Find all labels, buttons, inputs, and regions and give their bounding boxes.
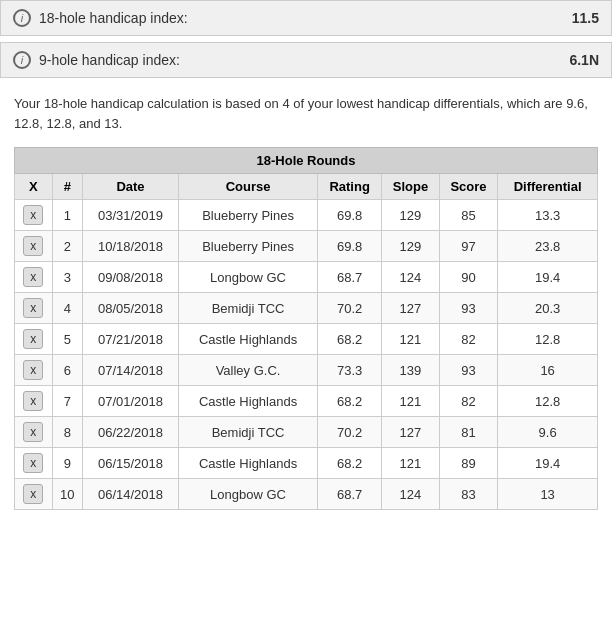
table-row: x906/15/2018Castle Highlands68.21218919.… [15, 448, 598, 479]
cell-date: 06/15/2018 [83, 448, 179, 479]
cell-num: 6 [52, 355, 82, 386]
cell-rating: 70.2 [318, 417, 382, 448]
x-button[interactable]: x [23, 391, 43, 411]
cell-differential: 19.4 [498, 448, 598, 479]
info-icon-9[interactable]: i [13, 51, 31, 69]
cell-differential: 12.8 [498, 324, 598, 355]
cell-score: 85 [439, 200, 498, 231]
cell-course: Blueberry Pines [179, 200, 318, 231]
cell-slope: 124 [382, 479, 440, 510]
col-header-num: # [52, 174, 82, 200]
x-cell: x [15, 293, 53, 324]
cell-score: 93 [439, 293, 498, 324]
cell-num: 1 [52, 200, 82, 231]
cell-slope: 129 [382, 231, 440, 262]
col-header-date: Date [83, 174, 179, 200]
x-button[interactable]: x [23, 484, 43, 504]
table-row: x1006/14/2018Longbow GC68.71248313 [15, 479, 598, 510]
cell-slope: 121 [382, 324, 440, 355]
x-button[interactable]: x [23, 298, 43, 318]
cell-date: 07/14/2018 [83, 355, 179, 386]
x-button[interactable]: x [23, 422, 43, 442]
main-container: i 18-hole handicap index: 11.5 i 9-hole … [0, 0, 612, 518]
col-header-rating: Rating [318, 174, 382, 200]
cell-course: Longbow GC [179, 479, 318, 510]
cell-date: 09/08/2018 [83, 262, 179, 293]
cell-date: 08/05/2018 [83, 293, 179, 324]
table-row: x309/08/2018Longbow GC68.71249019.4 [15, 262, 598, 293]
x-button[interactable]: x [23, 453, 43, 473]
cell-rating: 70.2 [318, 293, 382, 324]
cell-slope: 127 [382, 293, 440, 324]
cell-num: 9 [52, 448, 82, 479]
table-row: x707/01/2018Castle Highlands68.21218212.… [15, 386, 598, 417]
x-cell: x [15, 200, 53, 231]
cell-differential: 13.3 [498, 200, 598, 231]
cell-score: 82 [439, 324, 498, 355]
x-cell: x [15, 448, 53, 479]
table-title: 18-Hole Rounds [15, 148, 598, 174]
cell-slope: 127 [382, 417, 440, 448]
cell-course: Longbow GC [179, 262, 318, 293]
x-cell: x [15, 262, 53, 293]
info-icon-18[interactable]: i [13, 9, 31, 27]
cell-rating: 68.7 [318, 479, 382, 510]
cell-rating: 68.2 [318, 448, 382, 479]
table-row: x210/18/2018Blueberry Pines69.81299723.8 [15, 231, 598, 262]
cell-num: 4 [52, 293, 82, 324]
x-button[interactable]: x [23, 360, 43, 380]
x-cell: x [15, 324, 53, 355]
cell-date: 06/22/2018 [83, 417, 179, 448]
cell-rating: 69.8 [318, 231, 382, 262]
cell-course: Blueberry Pines [179, 231, 318, 262]
description-text: Your 18-hole handicap calculation is bas… [0, 84, 612, 143]
eighteen-hole-value: 11.5 [572, 10, 599, 26]
x-cell: x [15, 417, 53, 448]
cell-course: Bemidji TCC [179, 293, 318, 324]
eighteen-hole-label: 18-hole handicap index: [39, 10, 572, 26]
cell-num: 5 [52, 324, 82, 355]
cell-differential: 12.8 [498, 386, 598, 417]
cell-score: 90 [439, 262, 498, 293]
x-button[interactable]: x [23, 329, 43, 349]
rounds-table-wrapper: 18-Hole Rounds X # Date Course Rating Sl… [0, 143, 612, 518]
cell-slope: 124 [382, 262, 440, 293]
cell-rating: 68.2 [318, 386, 382, 417]
cell-differential: 16 [498, 355, 598, 386]
rounds-table: 18-Hole Rounds X # Date Course Rating Sl… [14, 147, 598, 510]
cell-date: 10/18/2018 [83, 231, 179, 262]
cell-differential: 9.6 [498, 417, 598, 448]
table-row: x103/31/2019Blueberry Pines69.81298513.3 [15, 200, 598, 231]
cell-rating: 69.8 [318, 200, 382, 231]
nine-hole-row: i 9-hole handicap index: 6.1N [0, 42, 612, 78]
table-row: x806/22/2018Bemidji TCC70.2127819.6 [15, 417, 598, 448]
cell-date: 03/31/2019 [83, 200, 179, 231]
cell-rating: 68.7 [318, 262, 382, 293]
cell-differential: 19.4 [498, 262, 598, 293]
x-cell: x [15, 479, 53, 510]
x-button[interactable]: x [23, 267, 43, 287]
cell-num: 3 [52, 262, 82, 293]
cell-course: Castle Highlands [179, 448, 318, 479]
cell-slope: 139 [382, 355, 440, 386]
col-header-course: Course [179, 174, 318, 200]
cell-differential: 23.8 [498, 231, 598, 262]
cell-differential: 13 [498, 479, 598, 510]
table-row: x607/14/2018Valley G.C.73.31399316 [15, 355, 598, 386]
cell-date: 07/01/2018 [83, 386, 179, 417]
table-row: x408/05/2018Bemidji TCC70.21279320.3 [15, 293, 598, 324]
cell-num: 10 [52, 479, 82, 510]
cell-course: Castle Highlands [179, 386, 318, 417]
cell-slope: 121 [382, 386, 440, 417]
col-header-score: Score [439, 174, 498, 200]
x-button[interactable]: x [23, 236, 43, 256]
cell-differential: 20.3 [498, 293, 598, 324]
x-cell: x [15, 231, 53, 262]
cell-date: 07/21/2018 [83, 324, 179, 355]
x-button[interactable]: x [23, 205, 43, 225]
col-header-x: X [15, 174, 53, 200]
col-header-differential: Differential [498, 174, 598, 200]
cell-num: 8 [52, 417, 82, 448]
cell-course: Castle Highlands [179, 324, 318, 355]
cell-slope: 129 [382, 200, 440, 231]
